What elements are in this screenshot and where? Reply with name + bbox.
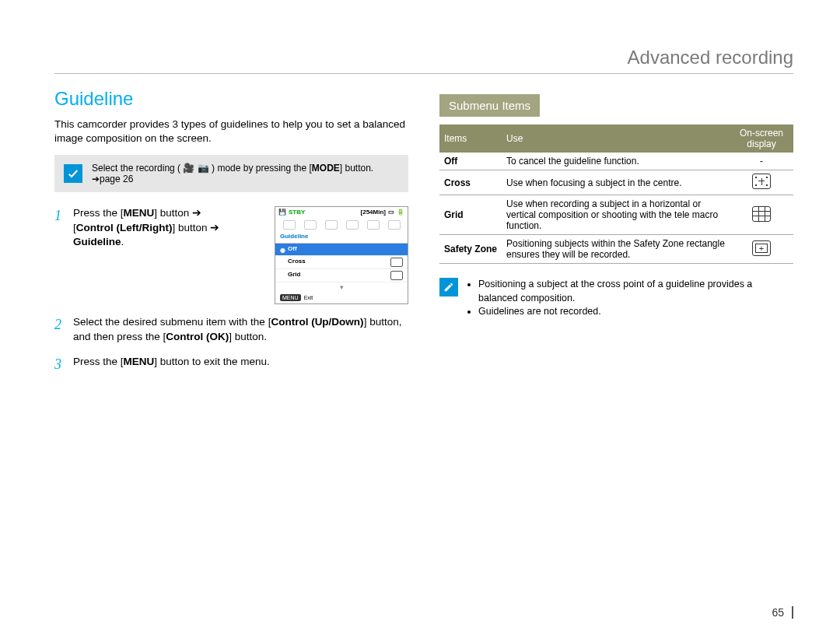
notes-block: Positioning a subject at the cross point… (439, 278, 793, 319)
cell-display (730, 170, 793, 195)
precondition-note: Select the recording ( 🎥 📷 ) mode by pre… (54, 155, 408, 192)
th-display: On-screen display (730, 125, 793, 153)
cell-item: Cross (439, 170, 502, 195)
exit-label: Exit (304, 294, 313, 301)
precondition-text: Select the recording ( 🎥 📷 ) mode by pre… (92, 163, 399, 184)
page-number: 65 (772, 606, 793, 619)
photo-mode-icon: 📷 (198, 163, 209, 174)
time-remaining: [254Min] (361, 209, 386, 217)
step-number: 1 (54, 206, 64, 304)
step-1: 1 Press the [MENU] button ➔ [Control (Le… (54, 206, 408, 304)
step-2-text: Select the desired submenu item with the… (73, 315, 408, 343)
cell-display (730, 235, 793, 264)
note-item: Guidelines are not recorded. (478, 305, 793, 319)
menu-badge: MENU (280, 294, 301, 301)
left-column: Guideline This camcorder provides 3 type… (54, 88, 408, 384)
radio-selected-icon: ◉ (280, 247, 285, 251)
step-3-text: Press the [MENU] button to exit the menu… (73, 355, 408, 374)
cell-item: Grid (439, 195, 502, 235)
th-items: Items (439, 125, 502, 153)
video-mode-icon: 🎥 (183, 163, 194, 174)
chevron-down-icon: ▾ (275, 282, 408, 292)
cell-use: Use when focusing a subject in the centr… (502, 170, 730, 195)
table-row: Safety Zone Positioning subjects within … (439, 235, 793, 264)
sd-icon: 💾 (278, 209, 286, 217)
th-use: Use (502, 125, 730, 153)
step-3: 3 Press the [MENU] button to exit the me… (54, 355, 408, 374)
intro-paragraph: This camcorder provides 3 types of guide… (54, 118, 408, 146)
cell-item: Off (439, 153, 502, 170)
grid-display-icon (752, 206, 771, 222)
lcd-option-grid: Grid (275, 269, 408, 282)
grid-mini-icon (390, 271, 403, 280)
step-number: 3 (54, 355, 64, 374)
standby-label: STBY (289, 209, 305, 217)
battery-icon: 🔋 (397, 209, 404, 217)
step-number: 2 (54, 315, 64, 343)
cell-item: Safety Zone (439, 235, 502, 264)
cell-use: Use when recording a subject in a horizo… (502, 195, 730, 235)
submenu-items-table: Items Use On-screen display Off To cance… (439, 125, 793, 264)
cell-display: - (730, 153, 793, 170)
card-icon: ▭ (388, 209, 394, 217)
lcd-tabs (275, 219, 408, 231)
lcd-option-off: ◉ Off (275, 244, 408, 256)
cell-use: To cancel the guideline function. (502, 153, 730, 170)
lcd-screenshot: 💾 STBY [254Min] ▭ 🔋 Guideline (275, 206, 408, 304)
cross-display-icon (752, 174, 771, 189)
section-heading: Guideline (54, 88, 408, 110)
steps-list: 1 Press the [MENU] button ➔ [Control (Le… (54, 206, 408, 374)
step-2: 2 Select the desired submenu item with t… (54, 315, 408, 343)
table-row: Cross Use when focusing a subject in the… (439, 170, 793, 195)
cell-use: Positioning subjects within the Safety Z… (502, 235, 730, 264)
safety-zone-display-icon (752, 240, 771, 256)
right-column: Submenu Items Items Use On-screen displa… (439, 88, 793, 384)
table-row: Grid Use when recording a subject in a h… (439, 195, 793, 235)
note-item: Positioning a subject at the cross point… (478, 278, 793, 305)
lcd-option-cross: Cross (275, 256, 408, 269)
step-1-text: Press the [MENU] button ➔ [Control (Left… (73, 206, 221, 249)
check-icon (64, 164, 82, 183)
lcd-menu-title: Guideline (275, 231, 408, 244)
table-row: Off To cancel the guideline function. - (439, 153, 793, 170)
chapter-title: Advanced recording (54, 47, 793, 74)
cross-mini-icon (390, 258, 403, 267)
cell-display (730, 195, 793, 235)
submenu-items-heading: Submenu Items (439, 94, 540, 117)
pencil-icon (439, 278, 458, 296)
